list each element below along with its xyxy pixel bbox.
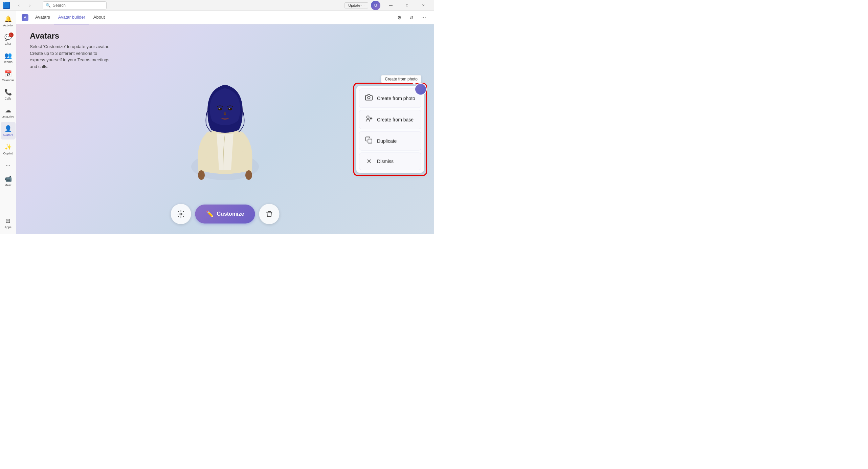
tooltip: Create from photo: [381, 75, 421, 83]
popup-container: Create from photo Create from photo: [353, 83, 427, 176]
sidebar-item-teams[interactable]: 👥 Teams: [1, 49, 16, 66]
svg-point-1: [198, 170, 205, 180]
sidebar-label-calls: Calls: [4, 97, 11, 100]
sidebar-label-onedrive: OneDrive: [1, 115, 14, 119]
settings-tab-button[interactable]: ⚙: [395, 13, 404, 22]
calendar-icon: 📅: [4, 70, 12, 78]
sidebar-label-meet: Meet: [4, 184, 11, 187]
activity-icon: 🔔: [4, 15, 12, 23]
window-controls: — □ ✕: [383, 0, 431, 11]
forward-button[interactable]: ›: [25, 2, 35, 9]
main-content: A Avatars Avatar builder About ⚙ ↺ ⋯ Ava…: [16, 11, 434, 234]
calls-icon: 📞: [4, 88, 12, 96]
copilot-icon: ✨: [4, 143, 12, 151]
sidebar-item-onedrive[interactable]: ☁ OneDrive: [1, 104, 16, 121]
tab-avatar-builder[interactable]: Avatar builder: [54, 11, 89, 24]
onedrive-icon: ☁: [5, 107, 11, 114]
customize-button[interactable]: ✏️ Customize: [195, 205, 255, 223]
pencil-icon: ✏️: [206, 210, 214, 218]
tab-about[interactable]: About: [89, 11, 109, 24]
sidebar-item-meet[interactable]: 📹 Meet: [1, 172, 16, 190]
delete-button[interactable]: [259, 204, 279, 224]
svg-point-7: [219, 108, 220, 109]
sidebar-label-calendar: Calendar: [2, 79, 14, 82]
svg-point-10: [368, 97, 370, 99]
search-bar[interactable]: 🔍: [43, 1, 107, 9]
sidebar-bottom: ⊞ Apps: [1, 214, 16, 232]
more-tab-button[interactable]: ⋯: [419, 13, 428, 22]
dismiss-icon: ✕: [365, 158, 373, 165]
page-description: Select 'Customize' to update your avatar…: [30, 43, 111, 70]
customize-label: Customize: [217, 211, 244, 217]
nav-buttons: ‹ ›: [14, 2, 35, 9]
svg-point-2: [245, 170, 252, 180]
refresh-tab-button[interactable]: ↺: [407, 13, 416, 22]
bottom-toolbar: ✏️ Customize: [171, 204, 280, 224]
close-button[interactable]: ✕: [416, 0, 431, 11]
popup-menu: Create from photo Create from photo: [356, 86, 424, 173]
minimize-button[interactable]: —: [383, 0, 399, 11]
duplicate-icon: [365, 136, 373, 146]
menu-label-create-from-photo: Create from photo: [377, 95, 415, 101]
settings-button[interactable]: [171, 204, 191, 224]
menu-item-dismiss[interactable]: ✕ Dismiss: [359, 153, 421, 170]
app-layout: 🔔 Activity 1 💬 Chat 👥 Teams 📅 Calendar 📞…: [0, 11, 434, 234]
tab-bar: A Avatars Avatar builder About ⚙ ↺ ⋯: [16, 11, 434, 24]
svg-rect-13: [368, 139, 372, 143]
sidebar-label-avatars: Avatars: [3, 133, 13, 137]
menu-label-duplicate: Duplicate: [377, 138, 397, 144]
svg-point-11: [367, 116, 369, 118]
user-avatar[interactable]: U: [371, 1, 380, 10]
sidebar-item-copilot[interactable]: ✨ Copilot: [1, 140, 16, 158]
search-input[interactable]: [53, 3, 104, 8]
tab-bar-right: ⚙ ↺ ⋯: [395, 13, 428, 22]
title-bar-right: Update ··· U — □ ✕: [344, 0, 431, 11]
menu-item-create-from-base[interactable]: Create from base: [359, 110, 421, 129]
apps-icon: ⊞: [5, 217, 10, 225]
avatar-display: [168, 45, 283, 214]
sidebar-label-activity: Activity: [3, 24, 13, 27]
sidebar-item-avatars[interactable]: 👤 Avatars: [1, 122, 16, 140]
sidebar-item-activity[interactable]: 🔔 Activity: [1, 12, 16, 30]
menu-item-duplicate[interactable]: Duplicate: [359, 131, 421, 151]
sidebar-label-teams: Teams: [3, 60, 13, 64]
app-icon: A: [22, 14, 28, 21]
back-button[interactable]: ‹: [14, 2, 24, 9]
sidebar-label-copilot: Copilot: [3, 152, 13, 155]
svg-point-5: [218, 108, 222, 110]
sidebar-item-apps[interactable]: ⊞ Apps: [1, 214, 16, 232]
camera-icon: [365, 94, 373, 103]
chat-badge: 1: [9, 33, 14, 37]
page-title: Avatars: [30, 31, 111, 41]
meet-icon: 📹: [4, 175, 12, 183]
sidebar-item-calendar[interactable]: 📅 Calendar: [1, 67, 16, 85]
page-header: Avatars Select 'Customize' to update you…: [30, 31, 111, 70]
title-bar-left: 🟦 ‹ › 🔍: [3, 1, 112, 9]
menu-label-dismiss: Dismiss: [377, 159, 394, 164]
trash-icon: [265, 210, 273, 218]
maximize-button[interactable]: □: [399, 0, 415, 11]
content-area: Avatars Select 'Customize' to update you…: [16, 24, 434, 234]
avatar-figure: [181, 48, 269, 211]
menu-label-create-from-base: Create from base: [377, 117, 414, 122]
update-button[interactable]: Update ···: [344, 2, 368, 8]
svg-point-8: [229, 108, 230, 109]
sidebar-more[interactable]: ···: [3, 160, 13, 171]
sidebar-label-chat: Chat: [5, 42, 11, 45]
svg-point-9: [180, 213, 182, 215]
search-icon: 🔍: [46, 3, 51, 8]
avatar-circle-decoration: [415, 83, 427, 95]
tab-avatars[interactable]: Avatars: [31, 11, 54, 24]
sidebar-label-apps: Apps: [4, 226, 12, 229]
svg-point-6: [228, 108, 232, 110]
person-settings-icon: [365, 115, 373, 124]
menu-item-create-from-photo[interactable]: Create from photo: [359, 89, 421, 108]
teams-logo: 🟦: [3, 2, 10, 9]
teams-icon: 👥: [4, 52, 12, 59]
sidebar: 🔔 Activity 1 💬 Chat 👥 Teams 📅 Calendar 📞…: [0, 11, 16, 234]
sidebar-item-chat[interactable]: 1 💬 Chat: [1, 30, 16, 48]
sidebar-item-calls[interactable]: 📞 Calls: [1, 85, 16, 103]
avatars-icon: 👤: [4, 125, 12, 132]
title-bar: 🟦 ‹ › 🔍 Update ··· U — □ ✕: [0, 0, 434, 11]
settings-icon: [177, 210, 185, 218]
